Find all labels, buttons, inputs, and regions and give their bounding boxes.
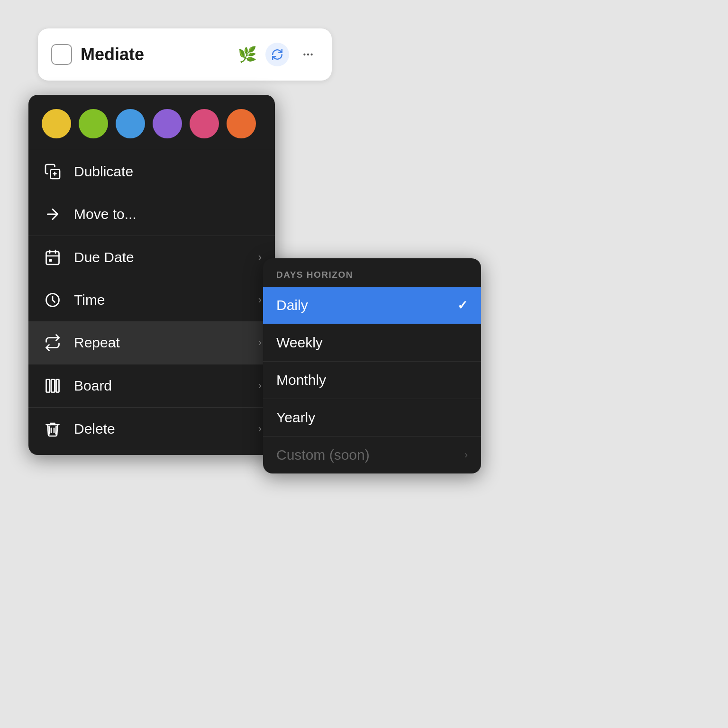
custom-chevron: › [464, 449, 468, 461]
board-chevron: › [258, 380, 262, 392]
days-horizon-submenu: DAYS HORIZON Daily ✓ Weekly Monthly Year… [263, 258, 481, 473]
task-bar: Mediate 🌿 [38, 28, 332, 81]
svg-line-16 [49, 426, 50, 434]
svg-rect-11 [49, 259, 52, 262]
svg-rect-13 [46, 380, 50, 392]
delete-label: Delete [74, 421, 248, 437]
menu-item-time[interactable]: Time › [28, 279, 275, 321]
submenu-item-weekly[interactable]: Weekly [263, 324, 481, 361]
menu-item-board[interactable]: Board › [28, 364, 275, 407]
task-emoji: 🌿 [238, 46, 257, 64]
svg-rect-7 [46, 252, 59, 264]
svg-point-1 [307, 54, 309, 55]
duplicate-label: Dublicate [74, 164, 262, 180]
moveto-icon [42, 203, 64, 225]
moveto-label: Move to... [74, 206, 262, 222]
svg-line-17 [56, 426, 56, 434]
weekly-label: Weekly [276, 335, 468, 351]
repeat-chevron: › [258, 337, 262, 349]
color-swatch-purple[interactable] [153, 109, 182, 138]
color-swatch-yellow[interactable] [42, 109, 71, 138]
yearly-label: Yearly [276, 410, 468, 426]
svg-rect-14 [51, 380, 55, 392]
svg-point-0 [303, 54, 305, 55]
delete-chevron: › [258, 423, 262, 435]
color-swatch-blue[interactable] [116, 109, 145, 138]
color-swatch-orange[interactable] [227, 109, 256, 138]
delete-icon [42, 418, 64, 440]
svg-point-2 [310, 54, 312, 55]
task-title: Mediate [81, 45, 229, 64]
submenu-item-custom: Custom (soon) › [263, 437, 481, 473]
board-label: Board [74, 378, 248, 394]
time-label: Time [74, 292, 248, 308]
menu-item-duplicate[interactable]: Dublicate [28, 150, 275, 193]
repeat-icon [42, 332, 64, 354]
menu-item-delete[interactable]: Delete › [28, 408, 275, 450]
duplicate-icon [42, 161, 64, 182]
menu-item-duedate[interactable]: Due Date › [28, 236, 275, 279]
color-swatch-pink[interactable] [190, 109, 219, 138]
duedate-label: Due Date [74, 249, 248, 265]
submenu-header: DAYS HORIZON [263, 258, 481, 287]
refresh-button[interactable] [265, 43, 289, 66]
monthly-label: Monthly [276, 372, 468, 388]
submenu-item-monthly[interactable]: Monthly [263, 362, 481, 399]
submenu-item-yearly[interactable]: Yearly [263, 399, 481, 436]
daily-label: Daily [276, 297, 457, 313]
menu-item-repeat[interactable]: Repeat › [28, 321, 275, 364]
submenu-item-daily[interactable]: Daily ✓ [263, 287, 481, 324]
board-icon [42, 375, 64, 397]
color-swatch-green[interactable] [79, 109, 108, 138]
daily-check: ✓ [457, 298, 468, 313]
context-menu: Dublicate Move to... Due Date › [28, 95, 275, 455]
duedate-icon [42, 246, 64, 268]
time-icon [42, 289, 64, 311]
more-options-button[interactable] [298, 44, 318, 65]
svg-rect-15 [56, 380, 59, 392]
color-swatches-row [28, 104, 275, 150]
custom-label: Custom (soon) [276, 447, 464, 463]
repeat-label: Repeat [74, 335, 248, 351]
task-checkbox[interactable] [51, 44, 72, 65]
time-chevron: › [258, 294, 262, 306]
duedate-chevron: › [258, 251, 262, 264]
menu-item-moveto[interactable]: Move to... [28, 193, 275, 236]
